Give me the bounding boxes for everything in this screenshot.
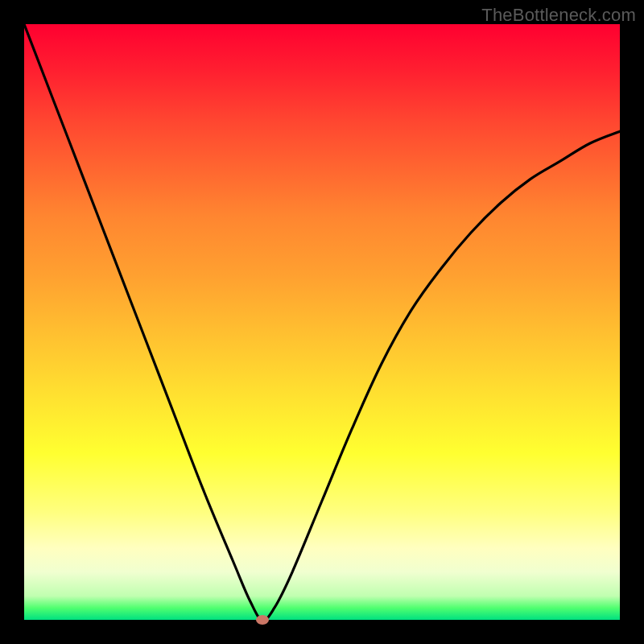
plot-area (24, 24, 620, 620)
watermark-text: TheBottleneck.com (481, 5, 636, 26)
chart-container: TheBottleneck.com (0, 0, 644, 644)
optimal-point-marker (256, 615, 269, 625)
curve-svg (24, 24, 620, 620)
bottleneck-curve-path (24, 24, 620, 620)
